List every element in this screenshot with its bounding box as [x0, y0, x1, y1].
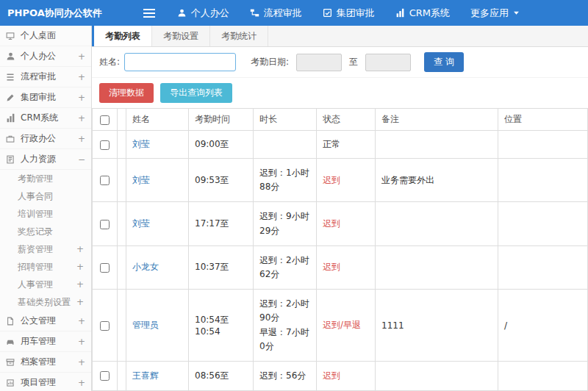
nav-item-more-apps[interactable]: 更多应用 — [460, 0, 530, 26]
sidebar-item-label: 人力资源 — [21, 153, 78, 165]
select-all-checkbox[interactable] — [100, 115, 110, 125]
table-row: 管理员10:54至10:54迟到：2小时90分 早退：7小时0分迟到/早退111… — [93, 290, 588, 362]
sidebar-subitem-label: 招聘管理 — [18, 261, 76, 273]
nav-item-group-approval[interactable]: 集团审批 — [312, 0, 385, 26]
employee-name-link[interactable]: 刘莹 — [132, 139, 150, 149]
nav-item-label: 集团审批 — [337, 7, 375, 20]
table-row: 小龙女10:37至迟到：2小时62分迟到 — [93, 245, 588, 289]
sidebar-item-label: 公文管理 — [21, 315, 78, 327]
column-header: 位置 — [498, 109, 588, 131]
expand-plus-icon: + — [78, 317, 85, 326]
expand-plus-icon: + — [78, 73, 85, 82]
sidebar: 个人桌面个人办公+流程审批+集团审批+CRM系统+行政办公+人力资源−考勤管理人… — [0, 26, 92, 391]
sidebar-subitem-personnel-contract[interactable]: 人事合同 — [0, 187, 91, 205]
expand-plus-icon: + — [78, 134, 85, 143]
menu-toggle-icon[interactable] — [143, 8, 155, 18]
sidebar-item-archive-management[interactable]: 档案管理+ — [0, 352, 91, 373]
export-list-button[interactable]: 导出查询列表 — [160, 83, 232, 103]
duration-cell: 迟到：1小时88分 — [254, 159, 317, 202]
name-label: 姓名: — [99, 56, 120, 68]
tab-attendance-list[interactable]: 考勤列表 — [94, 26, 152, 46]
employee-name-link[interactable]: 刘莹 — [132, 218, 150, 229]
name-input[interactable] — [124, 53, 236, 71]
search-button[interactable]: 查 询 — [424, 52, 464, 72]
status-cell: 正常 — [317, 131, 376, 159]
table-header-row: 姓名考勤时间时长状态备注位置 — [93, 109, 588, 131]
date-from-input[interactable] — [296, 54, 342, 71]
main-navigation: 个人办公流程审批集团审批CRM系统更多应用 — [167, 0, 530, 26]
location-cell — [498, 245, 588, 289]
archive-icon — [6, 358, 17, 367]
project-icon — [6, 379, 17, 387]
filter-bar: 姓名: 考勤日期: 至 查 询 — [92, 47, 588, 78]
status-cell: 迟到 — [317, 159, 376, 202]
expand-plus-icon: + — [78, 337, 85, 346]
sidebar-subitem-rewards-records[interactable]: 奖惩记录 — [0, 223, 91, 240]
row-checkbox[interactable] — [100, 263, 110, 273]
row-checkbox[interactable] — [100, 140, 110, 150]
spacer-cell — [118, 290, 126, 362]
sidebar-item-vehicle-management[interactable]: 用车管理+ — [0, 331, 91, 352]
sidebar-subitem-training-management[interactable]: 培训管理 — [0, 205, 91, 223]
note-cell — [376, 131, 498, 159]
sidebar-subitem-label: 考勤管理 — [18, 173, 84, 185]
employee-name-link[interactable]: 小龙女 — [132, 262, 159, 272]
row-checkbox[interactable] — [100, 321, 110, 331]
sidebar-subitem-salary-management[interactable]: 薪资管理+ — [0, 240, 91, 258]
app-logo[interactable]: PHPOA协同办公软件 — [0, 7, 110, 20]
status-cell: 迟到/早退 — [317, 290, 376, 362]
sidebar-item-admin-office[interactable]: 行政办公+ — [0, 129, 91, 149]
sidebar-subitem-recruitment-management[interactable]: 招聘管理+ — [0, 258, 91, 276]
sidebar-item-crm-system[interactable]: CRM系统+ — [0, 108, 91, 129]
employee-name-link[interactable]: 管理员 — [132, 320, 159, 330]
sidebar-item-personal-office[interactable]: 个人办公+ — [0, 46, 91, 67]
flow-icon — [250, 8, 259, 18]
sidebar-item-personal-desktop[interactable]: 个人桌面 — [0, 26, 91, 46]
employee-name-link[interactable]: 王喜辉 — [132, 370, 159, 381]
table-row: 刘莹09:53至迟到：1小时88分迟到业务需要外出 — [93, 159, 588, 202]
sidebar-item-label: 个人办公 — [21, 50, 78, 62]
column-header: 姓名 — [126, 109, 189, 131]
expand-plus-icon: + — [76, 245, 84, 254]
status-cell: 迟到 — [317, 361, 376, 390]
tab-attendance-settings[interactable]: 考勤设置 — [152, 26, 210, 46]
duration-cell: 迟到：56分 — [254, 361, 317, 390]
expand-plus-icon: + — [76, 298, 84, 306]
nav-item-crm-system[interactable]: CRM系统 — [385, 0, 460, 26]
spacer-header — [118, 109, 126, 131]
row-checkbox[interactable] — [100, 176, 110, 185]
sidebar-item-human-resources[interactable]: 人力资源− — [0, 149, 91, 170]
row-checkbox[interactable] — [100, 220, 110, 229]
nav-item-personal-office[interactable]: 个人办公 — [167, 0, 240, 26]
spacer-cell — [118, 245, 126, 289]
note-cell: 业务需要外出 — [376, 159, 498, 202]
sidebar-subitem-personnel-management[interactable]: 人事管理+ — [0, 276, 91, 293]
edit-icon — [6, 93, 17, 102]
nav-item-workflow-approval[interactable]: 流程审批 — [240, 0, 312, 26]
car-icon — [6, 337, 17, 346]
attendance-table-container: 姓名考勤时间时长状态备注位置 刘莹09:00至正常刘莹09:53至迟到：1小时8… — [92, 108, 588, 391]
list-icon — [6, 73, 17, 82]
spacer-cell — [118, 361, 126, 390]
sidebar-subitem-label: 培训管理 — [18, 208, 84, 220]
attendance-time-cell: 10:37至 — [189, 245, 254, 289]
sidebar-subitem-attendance-management[interactable]: 考勤管理 — [0, 170, 91, 187]
nav-item-label: CRM系统 — [409, 7, 450, 20]
table-row: 刘莹17:17至迟到：9小时29分迟到 — [93, 202, 588, 245]
sidebar-subitem-base-category-settings[interactable]: 基础类别设置+ — [0, 293, 91, 311]
sidebar-item-document-management[interactable]: 公文管理+ — [0, 311, 91, 331]
table-row: 王喜辉08:56至迟到：56分迟到 — [93, 361, 588, 390]
chart-icon — [395, 8, 405, 18]
employee-name-link[interactable]: 刘莹 — [132, 175, 150, 185]
row-checkbox[interactable] — [100, 371, 110, 381]
date-to-label: 至 — [349, 56, 358, 68]
sidebar-item-project-management[interactable]: 项目管理+ — [0, 373, 91, 391]
user-icon — [177, 8, 187, 18]
date-to-input[interactable] — [365, 54, 411, 71]
tab-attendance-stats[interactable]: 考勤统计 — [210, 26, 268, 46]
clear-data-button[interactable]: 清理数据 — [99, 83, 154, 103]
briefcase-icon — [6, 134, 17, 143]
sidebar-item-group-approval[interactable]: 集团审批+ — [0, 87, 91, 108]
duration-cell: 迟到：2小时62分 — [254, 245, 317, 289]
sidebar-item-workflow-approval[interactable]: 流程审批+ — [0, 67, 91, 87]
